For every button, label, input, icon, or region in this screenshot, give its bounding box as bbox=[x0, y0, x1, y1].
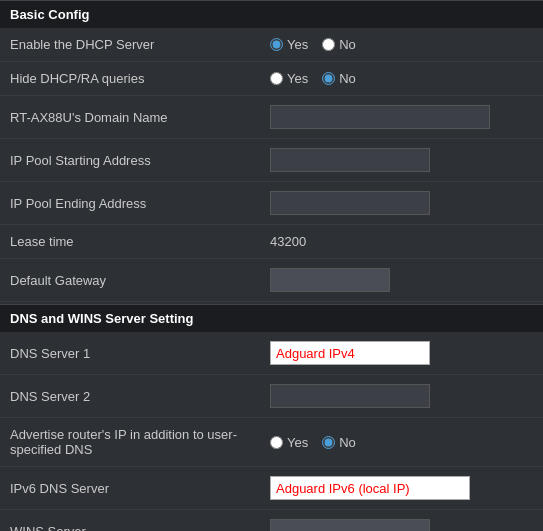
ip-pool-start-input[interactable] bbox=[270, 148, 430, 172]
lease-time-control: 43200 bbox=[260, 225, 543, 259]
ip-pool-start-row: IP Pool Starting Address bbox=[0, 139, 543, 182]
domain-name-label: RT-AX88U's Domain Name bbox=[0, 96, 260, 139]
advertise-router-no-label[interactable]: No bbox=[322, 435, 356, 450]
dns-server1-input[interactable] bbox=[270, 341, 430, 365]
basic-config-table: Enable the DHCP Server Yes No Hide DHCP/… bbox=[0, 28, 543, 302]
ip-pool-start-label: IP Pool Starting Address bbox=[0, 139, 260, 182]
hide-dhcp-control: Yes No bbox=[260, 62, 543, 96]
advertise-router-no-text: No bbox=[339, 435, 356, 450]
domain-name-row: RT-AX88U's Domain Name bbox=[0, 96, 543, 139]
ipv6-dns-input[interactable] bbox=[270, 476, 470, 500]
hide-dhcp-yes-radio[interactable] bbox=[270, 72, 283, 85]
advertise-router-control: Yes No bbox=[260, 418, 543, 467]
advertise-router-yes-label[interactable]: Yes bbox=[270, 435, 308, 450]
hide-dhcp-label: Hide DHCP/RA queries bbox=[0, 62, 260, 96]
enable-dhcp-label: Enable the DHCP Server bbox=[0, 28, 260, 62]
advertise-router-no-radio[interactable] bbox=[322, 436, 335, 449]
ip-pool-end-label: IP Pool Ending Address bbox=[0, 182, 260, 225]
hide-dhcp-yes-label[interactable]: Yes bbox=[270, 71, 308, 86]
hide-dhcp-radio-group: Yes No bbox=[270, 71, 533, 86]
advertise-router-label: Advertise router's IP in addition to use… bbox=[0, 418, 260, 467]
dns-server2-row: DNS Server 2 bbox=[0, 375, 543, 418]
enable-dhcp-control: Yes No bbox=[260, 28, 543, 62]
wins-server-row: WINS Server bbox=[0, 510, 543, 532]
default-gateway-input[interactable] bbox=[270, 268, 390, 292]
dns-wins-table: DNS Server 1 DNS Server 2 Advertise rout… bbox=[0, 332, 543, 531]
domain-name-input[interactable] bbox=[270, 105, 490, 129]
dns-server1-row: DNS Server 1 bbox=[0, 332, 543, 375]
domain-name-control bbox=[260, 96, 543, 139]
advertise-router-radio-group: Yes No bbox=[270, 435, 533, 450]
hide-dhcp-no-radio[interactable] bbox=[322, 72, 335, 85]
hide-dhcp-row: Hide DHCP/RA queries Yes No bbox=[0, 62, 543, 96]
wins-server-control bbox=[260, 510, 543, 532]
enable-dhcp-radio-group: Yes No bbox=[270, 37, 533, 52]
wins-server-label: WINS Server bbox=[0, 510, 260, 532]
hide-dhcp-no-label[interactable]: No bbox=[322, 71, 356, 86]
default-gateway-row: Default Gateway bbox=[0, 259, 543, 302]
basic-config-header: Basic Config bbox=[0, 0, 543, 28]
enable-dhcp-yes-label[interactable]: Yes bbox=[270, 37, 308, 52]
dns-server2-control bbox=[260, 375, 543, 418]
advertise-router-yes-radio[interactable] bbox=[270, 436, 283, 449]
ipv6-dns-control bbox=[260, 467, 543, 510]
lease-time-label: Lease time bbox=[0, 225, 260, 259]
dns-server2-label: DNS Server 2 bbox=[0, 375, 260, 418]
enable-dhcp-no-radio[interactable] bbox=[322, 38, 335, 51]
enable-dhcp-yes-radio[interactable] bbox=[270, 38, 283, 51]
ip-pool-end-row: IP Pool Ending Address bbox=[0, 182, 543, 225]
ip-pool-end-control bbox=[260, 182, 543, 225]
lease-time-value: 43200 bbox=[270, 234, 306, 249]
default-gateway-control bbox=[260, 259, 543, 302]
dns-wins-header: DNS and WINS Server Setting bbox=[0, 304, 543, 332]
hide-dhcp-no-text: No bbox=[339, 71, 356, 86]
advertise-router-yes-text: Yes bbox=[287, 435, 308, 450]
lease-time-row: Lease time 43200 bbox=[0, 225, 543, 259]
enable-dhcp-row: Enable the DHCP Server Yes No bbox=[0, 28, 543, 62]
dns-server2-input[interactable] bbox=[270, 384, 430, 408]
enable-dhcp-yes-text: Yes bbox=[287, 37, 308, 52]
dns-server1-label: DNS Server 1 bbox=[0, 332, 260, 375]
ip-pool-start-control bbox=[260, 139, 543, 182]
wins-server-input[interactable] bbox=[270, 519, 430, 531]
dns-server1-control bbox=[260, 332, 543, 375]
enable-dhcp-no-label[interactable]: No bbox=[322, 37, 356, 52]
advertise-router-row: Advertise router's IP in addition to use… bbox=[0, 418, 543, 467]
hide-dhcp-yes-text: Yes bbox=[287, 71, 308, 86]
ipv6-dns-row: IPv6 DNS Server bbox=[0, 467, 543, 510]
ipv6-dns-label: IPv6 DNS Server bbox=[0, 467, 260, 510]
default-gateway-label: Default Gateway bbox=[0, 259, 260, 302]
enable-dhcp-no-text: No bbox=[339, 37, 356, 52]
ip-pool-end-input[interactable] bbox=[270, 191, 430, 215]
